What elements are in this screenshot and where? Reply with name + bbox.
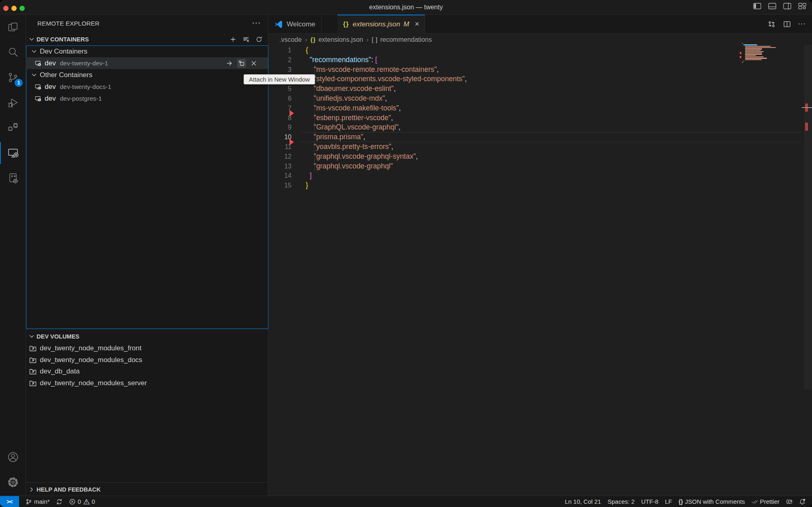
activity-extensions[interactable] — [0, 115, 26, 140]
code-line-10[interactable]: 10 "prisma.prisma", — [268, 132, 812, 142]
open-changes-icon[interactable] — [767, 19, 776, 28]
tree-group-other-containers[interactable]: Other Containers — [26, 69, 268, 81]
new-container-icon[interactable] — [229, 35, 237, 43]
json-mode-icon: {} — [678, 498, 683, 505]
line-number: 13 — [268, 162, 292, 171]
token — [306, 94, 313, 102]
refresh-icon[interactable] — [255, 35, 263, 43]
split-editor-icon[interactable] — [782, 19, 791, 28]
volume-dev_twenty_node_modules_docs[interactable]: dev_twenty_node_modules_docs — [26, 354, 268, 366]
container-dev-postgres-1[interactable]: devdev-postgres-1 — [26, 93, 268, 104]
status-branch[interactable]: main* — [22, 496, 53, 507]
status-eol[interactable]: LF — [662, 496, 676, 507]
code-line-13[interactable]: 13 "graphql.vscode-graphql" — [268, 162, 812, 171]
tab-extensions-json[interactable]: {}extensions.json M× — [337, 15, 425, 34]
status-indentation[interactable]: Spaces: 2 — [604, 496, 638, 507]
token: "recommendations" — [310, 56, 371, 64]
dev-container-icon — [35, 60, 41, 67]
toggle-primary-sidebar-icon[interactable] — [753, 3, 761, 9]
toggle-secondary-sidebar-icon[interactable] — [783, 3, 791, 9]
activity-search[interactable] — [0, 40, 26, 65]
container-name: dev — [45, 95, 56, 103]
breadcrumb-label: .vscode — [279, 36, 302, 43]
section-header-dev-volumes[interactable]: DEV VOLUMES — [26, 330, 268, 343]
code-line-6[interactable]: 6 "unifiedjs.vscode-mdx", — [268, 94, 812, 104]
code-editor[interactable]: 1{2 "recommendations": [3 "ms-vscode-rem… — [268, 45, 812, 496]
tab-welcome[interactable]: Welcome — [268, 15, 322, 34]
line-content: "unifiedjs.vscode-mdx", — [306, 94, 387, 104]
activity-remote-explorer[interactable] — [0, 140, 26, 166]
tree-group-dev-containers[interactable]: Dev Containers — [26, 45, 268, 57]
line-content: "graphql.vscode-graphql-syntax", — [306, 152, 418, 162]
activity-run-debug[interactable] — [0, 90, 26, 115]
code-line-8[interactable]: 8 "esbenp.prettier-vscode", — [268, 113, 812, 123]
code-line-2[interactable]: 2 "recommendations": [ — [268, 55, 812, 65]
remote-indicator[interactable]: >< — [0, 496, 19, 507]
branch-icon — [26, 498, 32, 505]
token: , — [465, 75, 467, 83]
volume-dev_db_data[interactable]: dev_db_data — [26, 366, 268, 378]
remote-explorer-icon — [7, 147, 19, 159]
section-header-dev-containers[interactable]: DEV CONTAINERS — [26, 33, 268, 45]
breadcrumb-item-recommendations[interactable]: [ ]recommendations — [372, 36, 432, 43]
breadcrumb-item--vscode[interactable]: .vscode — [279, 36, 302, 43]
container-description: dev-postgres-1 — [60, 95, 102, 102]
activity-source-control[interactable]: 1 — [0, 65, 26, 90]
sidebar-remote-explorer: REMOTE EXPLORER ··· DEV CONTAINERSDev Co… — [26, 15, 268, 496]
minimap[interactable] — [739, 42, 778, 65]
code-line-9[interactable]: 9 "GraphQL.vscode-graphql", — [268, 123, 812, 132]
status-language-mode[interactable]: {}JSON with Comments — [675, 496, 748, 507]
token: "esbenp.prettier-vscode" — [313, 114, 391, 122]
status-label: LF — [665, 498, 672, 505]
code-line-3[interactable]: 3 "ms-vscode-remote.remote-containers", — [268, 65, 812, 75]
code-line-14[interactable]: 14 ] — [268, 171, 812, 181]
activity-accounts[interactable] — [0, 444, 26, 470]
activity-dev-containers[interactable] — [0, 166, 26, 191]
stop-container-icon[interactable] — [249, 59, 258, 68]
code-line-11[interactable]: 11 "yoavbls.pretty-ts-errors", — [268, 142, 812, 152]
status-cursor-position[interactable]: Ln 10, Col 21 — [561, 496, 604, 507]
status-encoding[interactable]: UTF-8 — [638, 496, 662, 507]
status-notifications[interactable] — [796, 496, 809, 507]
filter-containers-icon[interactable] — [242, 35, 250, 43]
close-tab-icon[interactable]: × — [415, 20, 419, 28]
token — [306, 162, 313, 170]
breadcrumb: .vscode›{}extensions.json›[ ]recommendat… — [268, 34, 812, 45]
code-line-15[interactable]: 15} — [268, 181, 812, 190]
token — [306, 104, 313, 112]
token — [306, 84, 313, 93]
status-formatter[interactable]: Prettier — [748, 496, 783, 507]
run-debug-icon — [7, 97, 19, 109]
code-line-1[interactable]: 1{ — [268, 45, 812, 55]
customize-layout-icon[interactable] — [798, 3, 806, 9]
search-icon — [7, 46, 19, 58]
notifications-bell-icon — [799, 498, 806, 505]
toggle-panel-icon[interactable] — [768, 3, 776, 9]
code-line-5[interactable]: 5 "dbaeumer.vscode-eslint", — [268, 84, 812, 94]
code-line-12[interactable]: 12 "graphql.vscode-graphql-syntax", — [268, 152, 812, 162]
dev-containers-icon — [7, 172, 19, 184]
status-feedback[interactable] — [783, 496, 796, 507]
token — [306, 56, 310, 64]
scrollbar-slider[interactable] — [805, 45, 812, 390]
code-line-7[interactable]: 7 "ms-vscode.makefile-tools", — [268, 104, 812, 113]
status-sync[interactable] — [53, 496, 66, 507]
more-actions-icon[interactable]: ··· — [252, 15, 261, 32]
container-dev-twenty-docs-1[interactable]: devdev-twenty-docs-1 — [26, 81, 268, 93]
code-line-4[interactable]: 4 "styled-components.vscode-styled-compo… — [268, 74, 812, 84]
editor-more-actions-icon[interactable]: ··· — [798, 19, 806, 28]
token: "styled-components.vscode-styled-compone… — [313, 75, 464, 83]
volume-dev_twenty_node_modules_front[interactable]: dev_twenty_node_modules_front — [26, 343, 268, 354]
overview-cursor-marker — [802, 107, 812, 108]
attach-in-new-window-icon[interactable] — [237, 59, 246, 68]
section-header-help-and-feedback[interactable]: HELP AND FEEDBACK — [26, 483, 268, 496]
container-dev-twenty-dev-1[interactable]: devdev-twenty-dev-1 — [26, 57, 268, 69]
status-problems[interactable]: 00 — [66, 496, 98, 507]
breadcrumb-label: extensions.json — [318, 36, 363, 43]
token: "ms-vscode.makefile-tools" — [313, 104, 399, 112]
activity-settings[interactable] — [0, 470, 26, 495]
breadcrumb-item-extensions-json[interactable]: {}extensions.json — [310, 36, 363, 43]
volume-dev_twenty_node_modules_server[interactable]: dev_twenty_node_modules_server — [26, 378, 268, 389]
activity-explorer[interactable] — [0, 15, 26, 40]
attach-in-current-window-icon[interactable] — [225, 59, 234, 68]
